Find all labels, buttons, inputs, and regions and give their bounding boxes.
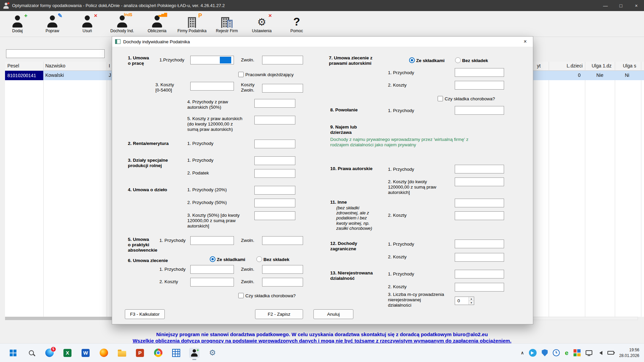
s6-zwoln1-input[interactable]: [262, 265, 303, 274]
s6-koszty-input[interactable]: [190, 278, 234, 287]
toolbar-usun[interactable]: × Usuń: [70, 13, 105, 37]
spinner-down-icon[interactable]: ▼: [469, 301, 474, 305]
s1-koszty-zwoln-input[interactable]: [262, 84, 303, 93]
s13-mcy-spinner[interactable]: 0 ▲ ▼: [455, 297, 474, 305]
s7-ze-skladkami-radio[interactable]: [409, 57, 415, 63]
s12-koszty-input[interactable]: [455, 253, 504, 262]
start-button[interactable]: [8, 348, 18, 358]
s4-k50-input[interactable]: [254, 211, 295, 220]
f2-zapisz-button[interactable]: F2 - Zapisz: [255, 309, 303, 319]
taskbar-optymalizator-app[interactable]: +: [189, 348, 199, 358]
s10-koszty-input[interactable]: [455, 177, 504, 186]
close-button[interactable]: ×: [629, 0, 644, 11]
f3-kalkulator-button[interactable]: F3 - Kalkulator: [125, 309, 165, 319]
cell-ulga2[interactable]: Ni: [625, 72, 629, 78]
s4-p20-label: 1. Przychody (20%): [187, 187, 227, 193]
s1-pracownik-checkbox[interactable]: [238, 72, 244, 77]
display-icon[interactable]: [586, 350, 592, 355]
volume-icon[interactable]: [597, 351, 602, 355]
s11-koszty-input[interactable]: [455, 211, 504, 220]
s13-przychody-input[interactable]: [455, 270, 504, 278]
s6-ze-skladkami-radio[interactable]: [210, 256, 215, 262]
toolbar-obliczenia[interactable]: ▃▅▇ Obliczenia: [140, 13, 175, 37]
s6-koszty-label: 2. Koszty: [159, 279, 178, 285]
s7-bez-skladek-radio[interactable]: [455, 57, 461, 63]
s6-chorobowa-checkbox[interactable]: [238, 293, 244, 298]
col-header-imie[interactable]: I: [109, 63, 110, 68]
s12-przychody-input[interactable]: [455, 240, 504, 248]
telegram-icon[interactable]: [529, 349, 537, 357]
col-header-przyt[interactable]: yt: [537, 63, 541, 68]
s1-zwoln-input[interactable]: [262, 56, 303, 64]
s13-koszty-input[interactable]: [455, 283, 504, 292]
s1-przychody-input[interactable]: [190, 56, 234, 64]
tray-clock-icon[interactable]: [553, 349, 560, 356]
s1-koszty-praw-input[interactable]: [254, 116, 295, 124]
col-header-pesel[interactable]: Pesel: [7, 63, 19, 68]
e-app-icon[interactable]: e: [565, 350, 568, 356]
s5-zwoln-input[interactable]: [262, 236, 303, 245]
dialog-close-button[interactable]: ×: [517, 37, 533, 47]
cell-nazwisko[interactable]: Kowalski: [45, 72, 64, 78]
battery-icon[interactable]: [607, 351, 614, 355]
s4-p20-input[interactable]: [254, 186, 295, 195]
s8-przychody-input[interactable]: [455, 106, 504, 115]
taskbar-search[interactable]: [26, 348, 36, 358]
taskbar-excel[interactable]: X: [62, 348, 72, 358]
taskbar-settings[interactable]: ⚙: [207, 348, 217, 358]
col-header-ldzieci[interactable]: L.dzieci: [550, 63, 583, 68]
s7-koszty-input[interactable]: [455, 81, 504, 90]
col-header-nazwisko[interactable]: Nazwisko: [45, 63, 65, 68]
s7-ze-skladkami-label: Ze składkami: [416, 58, 445, 63]
filter-input[interactable]: [6, 49, 105, 58]
s7-chorobowa-checkbox[interactable]: [438, 96, 443, 101]
toolbar-rejestr-firm[interactable]: Rejestr Firm: [209, 13, 244, 37]
s4-p50-input[interactable]: [254, 199, 295, 207]
s6-przychody-input[interactable]: [190, 265, 234, 274]
toolbar-dochody-ind[interactable]: Ind$ Dochody Ind.: [105, 13, 140, 37]
taskbar-chrome[interactable]: [153, 348, 163, 358]
taskbar-firefox[interactable]: [99, 348, 109, 358]
taskbar-spreadsheet-app[interactable]: [171, 348, 181, 358]
s11-przychody-input[interactable]: [455, 199, 504, 207]
office-grid-icon[interactable]: [574, 349, 581, 356]
s1-przychody-praw-input[interactable]: [254, 99, 295, 108]
s6-bez-skladek-radio[interactable]: [256, 256, 262, 262]
s7-przychody-input[interactable]: [455, 68, 504, 77]
toolbar-popraw[interactable]: ✎ Popraw: [35, 13, 70, 37]
toolbar-pomoc[interactable]: ? Pomoc: [279, 13, 314, 37]
toolbar-ustawienia[interactable]: ⚙× Ustawienia: [244, 13, 279, 37]
dialog-titlebar[interactable]: Dochody indywidualne Podatnika: [112, 37, 533, 47]
taskbar-edge[interactable]: 5: [44, 348, 54, 358]
col-header-ulga2[interactable]: Ulga s: [623, 63, 636, 68]
anuluj-button[interactable]: Anuluj: [313, 309, 353, 319]
section5-title: 5. Umowa o praktyki absolwenckie: [128, 237, 157, 253]
toolbar-firmy-podatnika[interactable]: P Firmy Podatnika: [175, 13, 209, 37]
s2-przychody-input[interactable]: [254, 140, 295, 148]
minimize-button[interactable]: —: [598, 0, 613, 11]
s3-przychody-input[interactable]: [254, 156, 295, 165]
cell-pesel[interactable]: 81010200141: [5, 71, 43, 80]
taskbar-explorer[interactable]: [117, 348, 127, 358]
s12-koszty-label: 2. Koszty: [388, 254, 407, 260]
taskbar-word[interactable]: W: [81, 348, 91, 358]
s10-przychody-input[interactable]: [455, 165, 504, 173]
toolbar-dodaj[interactable]: + Dodaj: [0, 13, 35, 37]
tray-chevron-up-icon[interactable]: ∧: [521, 350, 524, 355]
s3-podatek-input[interactable]: [254, 169, 295, 178]
s1-koszty-input[interactable]: [190, 82, 234, 91]
s6-zwoln2-input[interactable]: [262, 278, 303, 287]
company-icon: P: [182, 13, 202, 28]
taskbar-time: 19:56: [619, 347, 639, 353]
col-header-ulga1dz[interactable]: Ulga 1.dz: [592, 63, 611, 68]
cell-imie[interactable]: J: [109, 72, 111, 78]
maximize-button[interactable]: □: [613, 0, 629, 11]
table-gridline: [585, 62, 585, 317]
cell-ldzieci[interactable]: 0: [550, 72, 581, 78]
taskbar-powerpoint[interactable]: P: [135, 348, 145, 358]
taskbar-clock[interactable]: 19:56 28.01.2026: [619, 347, 639, 358]
cell-ulga1dz[interactable]: Nie: [596, 72, 603, 78]
spinner-up-icon[interactable]: ▲: [469, 297, 474, 301]
s5-przychody-input[interactable]: [190, 236, 234, 245]
defender-shield-icon[interactable]: [542, 349, 548, 356]
